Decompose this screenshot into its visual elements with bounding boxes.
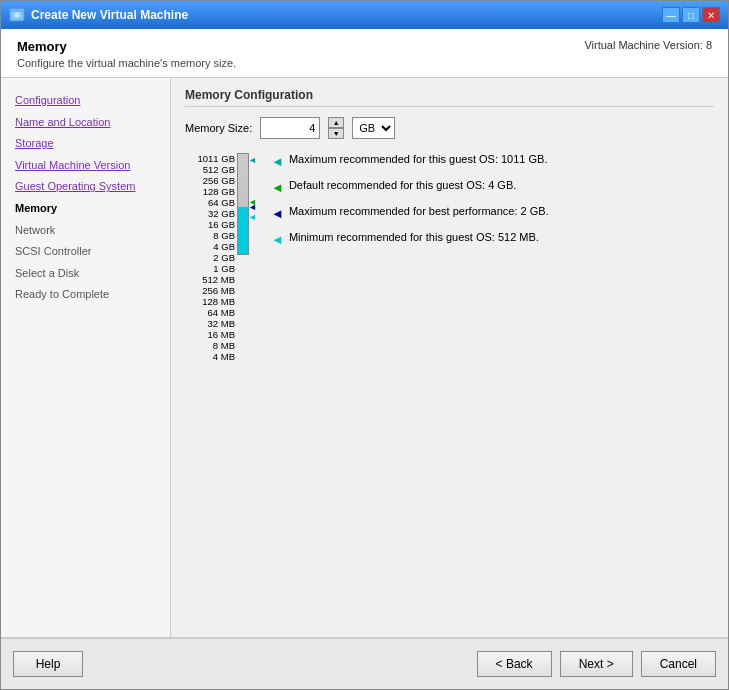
bar-label-8gb: 8 GB (213, 230, 235, 241)
bar-fill (238, 207, 248, 254)
indicator-arrow-default: ◄ (271, 180, 284, 195)
page-title: Memory (17, 39, 236, 54)
svg-point-2 (14, 12, 20, 18)
bar-labels: 1011 GB 512 GB 256 GB 128 GB 64 GB 32 GB… (198, 151, 236, 257)
indicator-arrow-max-perf: ◄ (271, 206, 284, 221)
indicator-text-default: Default recommended for this guest OS: 4… (289, 179, 516, 191)
indicator-arrow-min-recommended: ◄ (271, 232, 284, 247)
next-button[interactable]: Next > (560, 651, 633, 677)
memory-config-body: 1011 GB 512 GB 256 GB 128 GB 64 GB 32 GB… (185, 151, 714, 257)
spinner-down-button[interactable]: ▼ (328, 128, 344, 139)
header-left: Memory Configure the virtual machine's m… (17, 39, 236, 69)
indicator-max-recommended: ◄ Maximum recommended for this guest OS:… (271, 153, 549, 169)
sidebar-item-scsi-controller: SCSI Controller (11, 241, 160, 263)
sidebar-item-guest-os[interactable]: Guest Operating System (11, 176, 160, 198)
sidebar-item-ready-to-complete: Ready to Complete (11, 284, 160, 306)
sidebar-item-network: Network (11, 220, 160, 242)
bar-arrow-min-recommended: ◄ (248, 212, 257, 222)
bar-label-1gb: 1 GB (213, 263, 235, 274)
sidebar-item-name-and-location[interactable]: Name and Location (11, 112, 160, 134)
sidebar-item-configuration[interactable]: Configuration (11, 90, 160, 112)
indicator-max-perf: ◄ Maximum recommended for best performan… (271, 205, 549, 221)
sidebar: Configuration Name and Location Storage … (1, 78, 171, 637)
sidebar-link-storage[interactable]: Storage (15, 137, 54, 149)
bar-label-256gb: 256 GB (203, 175, 235, 186)
sidebar-item-select-a-disk: Select a Disk (11, 263, 160, 285)
window-icon (9, 7, 25, 23)
section-title: Memory Configuration (185, 88, 714, 107)
title-bar-left: Create New Virtual Machine (9, 7, 188, 23)
sidebar-link-name-and-location[interactable]: Name and Location (15, 116, 110, 128)
bar-label-128mb: 128 MB (202, 296, 235, 307)
memory-spinner: ▲ ▼ (328, 117, 344, 139)
sidebar-link-vm-version[interactable]: Virtual Machine Version (15, 159, 130, 171)
bar-label-4mb: 4 MB (213, 351, 235, 362)
spinner-up-button[interactable]: ▲ (328, 117, 344, 128)
content-area: Memory Configuration Memory Size: ▲ ▼ MB… (171, 78, 728, 637)
sidebar-item-memory: Memory (11, 198, 160, 220)
indicator-min-recommended: ◄ Minimum recommended for this guest OS:… (271, 231, 549, 247)
bar-label-1011gb: 1011 GB (198, 153, 236, 164)
bar-arrow-max-perf: ◄ (248, 202, 257, 212)
bar-label-64gb: 64 GB (208, 197, 235, 208)
indicator-text-max-perf: Maximum recommended for best performance… (289, 205, 549, 217)
title-bar: Create New Virtual Machine — □ ✕ (1, 1, 728, 29)
cancel-button[interactable]: Cancel (641, 651, 716, 677)
bar-label-8mb: 8 MB (213, 340, 235, 351)
bar-label-2gb: 2 GB (213, 252, 235, 263)
back-button[interactable]: < Back (477, 651, 552, 677)
indicator-arrow-max-recommended: ◄ (271, 154, 284, 169)
memory-size-input[interactable] (260, 117, 320, 139)
maximize-button[interactable]: □ (682, 7, 700, 23)
memory-unit-select[interactable]: MB GB (352, 117, 395, 139)
bar-track[interactable]: ◄ ◄ ◄ ◄ (237, 153, 249, 255)
bar-arrow-max-recommended: ◄ (248, 155, 257, 165)
version-label: Virtual Machine Version: 8 (584, 39, 712, 51)
header-section: Memory Configure the virtual machine's m… (1, 29, 728, 78)
bar-label-128gb: 128 GB (203, 186, 235, 197)
bar-label-512gb: 512 GB (203, 164, 235, 175)
bar-label-4gb: 4 GB (213, 241, 235, 252)
indicators-panel: ◄ Maximum recommended for this guest OS:… (271, 151, 549, 257)
footer-right-buttons: < Back Next > Cancel (477, 651, 716, 677)
title-bar-buttons: — □ ✕ (662, 7, 720, 23)
bar-label-64mb: 64 MB (208, 307, 235, 318)
sidebar-link-configuration[interactable]: Configuration (15, 94, 80, 106)
memory-size-label: Memory Size: (185, 122, 252, 134)
bar-label-256mb: 256 MB (202, 285, 235, 296)
help-button[interactable]: Help (13, 651, 83, 677)
close-button[interactable]: ✕ (702, 7, 720, 23)
page-subtitle: Configure the virtual machine's memory s… (17, 57, 236, 69)
bar-label-32gb: 32 GB (208, 208, 235, 219)
bar-label-16gb: 16 GB (208, 219, 235, 230)
sidebar-link-guest-os[interactable]: Guest Operating System (15, 180, 135, 192)
indicator-text-min-recommended: Minimum recommended for this guest OS: 5… (289, 231, 539, 243)
bar-label-16mb: 16 MB (208, 329, 235, 340)
indicator-text-max-recommended: Maximum recommended for this guest OS: 1… (289, 153, 548, 165)
minimize-button[interactable]: — (662, 7, 680, 23)
sidebar-item-storage[interactable]: Storage (11, 133, 160, 155)
main-window: Create New Virtual Machine — □ ✕ Memory … (0, 0, 729, 690)
memory-bar-section: 1011 GB 512 GB 256 GB 128 GB 64 GB 32 GB… (185, 151, 255, 257)
footer: Help < Back Next > Cancel (1, 637, 728, 689)
bar-label-32mb: 32 MB (208, 318, 235, 329)
sidebar-item-vm-version[interactable]: Virtual Machine Version (11, 155, 160, 177)
indicator-default: ◄ Default recommended for this guest OS:… (271, 179, 549, 195)
main-content: Configuration Name and Location Storage … (1, 78, 728, 637)
bar-label-512mb: 512 MB (202, 274, 235, 285)
window-title: Create New Virtual Machine (31, 8, 188, 22)
memory-size-row: Memory Size: ▲ ▼ MB GB (185, 117, 714, 139)
